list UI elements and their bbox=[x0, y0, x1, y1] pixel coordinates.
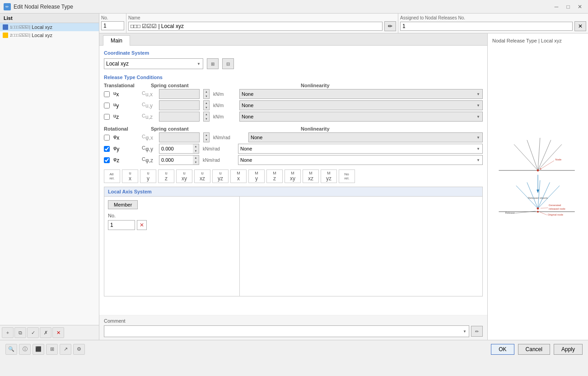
cancel-button[interactable]: Cancel bbox=[518, 344, 550, 355]
comment-edit-button[interactable]: ✏ bbox=[471, 326, 483, 337]
phiy-spin-wrapper: ▲ ▼ bbox=[159, 144, 199, 154]
delete-button[interactable]: ✕ bbox=[52, 327, 64, 338]
phiz-nonlin-select[interactable]: None bbox=[238, 155, 483, 165]
name-field: Name ✏ bbox=[126, 14, 398, 33]
phiy-checkbox[interactable] bbox=[104, 146, 110, 152]
export-button[interactable]: ↗ bbox=[60, 344, 71, 355]
sidebar-item-2[interactable]: 2 □□□ ☑☑☑ | Local xyz bbox=[0, 31, 99, 39]
duplicate-button[interactable]: ⧉ bbox=[14, 327, 26, 338]
phiz-spin-down[interactable]: ▼ bbox=[193, 160, 199, 164]
phiy-label: φy bbox=[113, 145, 138, 152]
comment-section: Comment ▼ ✏ bbox=[99, 315, 487, 340]
phix-spin-down[interactable]: ▼ bbox=[204, 137, 209, 142]
assigned-input-row: ✕ bbox=[400, 21, 586, 31]
coord-select[interactable]: Local xyz Global XYZ bbox=[104, 58, 203, 69]
phiy-spring-input[interactable] bbox=[159, 144, 193, 154]
tab-bar: Main bbox=[99, 33, 487, 46]
uz-release-button[interactable]: uz bbox=[158, 169, 174, 183]
myz-release-button[interactable]: Myz bbox=[321, 169, 337, 183]
ux-nonlin-select[interactable]: None bbox=[239, 89, 483, 99]
ux-spin-down[interactable]: ▼ bbox=[204, 94, 209, 99]
phix-checkbox[interactable] bbox=[104, 135, 110, 141]
phix-spin-up[interactable]: ▲ bbox=[204, 133, 209, 137]
phiy-nonlin-select[interactable]: None bbox=[238, 144, 483, 154]
uz-unit: kN/m bbox=[213, 114, 236, 119]
uxy-release-button[interactable]: uxy bbox=[176, 169, 192, 183]
phiz-nonlin-wrapper: None bbox=[238, 155, 483, 165]
my-release-button[interactable]: My bbox=[248, 169, 265, 183]
uz-label: uz bbox=[113, 113, 138, 120]
uy-label: uy bbox=[113, 102, 138, 109]
uxz-release-button[interactable]: uxz bbox=[194, 169, 210, 183]
new-item-button[interactable]: + bbox=[2, 327, 14, 338]
uz-checkbox[interactable] bbox=[104, 114, 110, 120]
uz-spring-input bbox=[159, 112, 200, 122]
svg-text:Released objects: Released objects bbox=[528, 197, 548, 199]
ux-release-button[interactable]: ux bbox=[122, 169, 138, 183]
sidebar-item-1[interactable]: 1 □□□ ☑☑☑ | Local xyz bbox=[0, 23, 99, 31]
phiz-spring-input[interactable] bbox=[159, 155, 193, 165]
ok-button[interactable]: OK bbox=[491, 344, 514, 355]
comment-select[interactable] bbox=[104, 325, 469, 337]
ux-spin-up[interactable]: ▲ bbox=[204, 89, 209, 94]
uy-row: uy Cu,y ▲ ▼ kN/m None bbox=[104, 100, 483, 110]
item-icons-2: 2 □□□ ☑☑☑ | bbox=[10, 33, 30, 38]
phiy-spin-down[interactable]: ▼ bbox=[193, 149, 199, 153]
uncheck-button[interactable]: ✗ bbox=[40, 327, 51, 338]
phix-spring-var: Cφ,x bbox=[142, 134, 155, 141]
mxz-release-button[interactable]: Mxz bbox=[303, 169, 319, 183]
minimize-button[interactable]: ─ bbox=[552, 2, 561, 11]
apply-button[interactable]: Apply bbox=[554, 344, 583, 355]
view-button[interactable]: ⬛ bbox=[33, 344, 44, 355]
uy-spin-down[interactable]: ▼ bbox=[204, 105, 209, 110]
mxy-release-button[interactable]: Mxy bbox=[285, 169, 301, 183]
phix-nonlin-select[interactable]: None bbox=[248, 132, 483, 142]
ux-label: ux bbox=[113, 90, 138, 98]
uy-unit: kN/m bbox=[213, 103, 236, 108]
filter-button[interactable]: ⊞ bbox=[46, 344, 58, 355]
local-axis-right bbox=[240, 197, 482, 296]
uy-spring-input bbox=[159, 100, 200, 110]
check-button[interactable]: ✓ bbox=[27, 327, 39, 338]
mz-release-button[interactable]: Mz bbox=[266, 169, 283, 183]
clear-button[interactable]: ✕ bbox=[137, 220, 147, 230]
svg-line-13 bbox=[527, 183, 538, 209]
uyz-release-button[interactable]: uyz bbox=[212, 169, 229, 183]
all-releases-button[interactable]: Allrel. bbox=[104, 169, 120, 183]
tab-main[interactable]: Main bbox=[103, 35, 130, 46]
name-edit-button[interactable]: ✏ bbox=[384, 21, 396, 31]
assigned-action-button[interactable]: ✕ bbox=[574, 21, 586, 31]
uy-release-button[interactable]: uy bbox=[140, 169, 156, 183]
uy-checkbox[interactable] bbox=[104, 103, 110, 108]
settings-button[interactable]: ⚙ bbox=[73, 344, 85, 355]
mx-release-button[interactable]: Mx bbox=[230, 169, 247, 183]
close-button[interactable]: ✕ bbox=[575, 2, 584, 11]
uz-spin-down[interactable]: ▼ bbox=[204, 117, 209, 121]
member-button[interactable]: Member bbox=[108, 200, 138, 209]
search-button[interactable]: 🔍 bbox=[5, 344, 17, 355]
svg-text:Release: Release bbox=[505, 212, 515, 214]
uy-spin-up[interactable]: ▲ bbox=[204, 101, 209, 105]
no-release-button[interactable]: Norel. bbox=[339, 169, 355, 183]
coord-btn-1[interactable]: ⊞ bbox=[207, 58, 219, 69]
name-input[interactable] bbox=[128, 22, 383, 31]
assigned-input[interactable] bbox=[400, 22, 573, 31]
uz-spring-var: Cu,z bbox=[142, 113, 155, 120]
phiy-spin-up[interactable]: ▲ bbox=[193, 144, 199, 149]
info-button[interactable]: ⓘ bbox=[19, 344, 31, 355]
ux-unit: kN/m bbox=[213, 92, 236, 97]
ux-checkbox[interactable] bbox=[104, 91, 110, 97]
svg-text:Node: Node bbox=[555, 158, 561, 161]
bottom-tools: 🔍 ⓘ ⬛ ⊞ ↗ ⚙ bbox=[5, 344, 487, 355]
svg-line-7 bbox=[540, 160, 554, 169]
phiz-checkbox[interactable] bbox=[104, 157, 110, 163]
phiz-spin-up[interactable]: ▲ bbox=[193, 155, 199, 160]
uz-spin-up[interactable]: ▲ bbox=[204, 112, 209, 117]
coord-btn-2[interactable]: ⊟ bbox=[222, 58, 234, 69]
maximize-button[interactable]: □ bbox=[564, 2, 573, 11]
no-input-local[interactable] bbox=[108, 220, 135, 230]
no-input[interactable] bbox=[101, 21, 124, 30]
uz-nonlin-select[interactable]: None bbox=[239, 112, 483, 122]
uy-nonlin-select[interactable]: None bbox=[239, 100, 483, 110]
name-input-row: ✏ bbox=[128, 21, 396, 31]
